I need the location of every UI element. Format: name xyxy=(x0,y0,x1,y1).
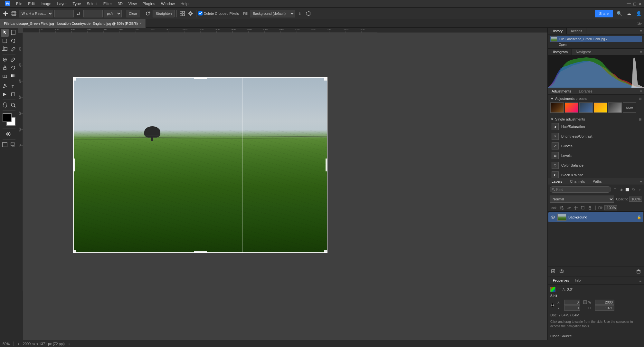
lock-position-btn[interactable] xyxy=(573,205,579,211)
delete-cropped-checkbox[interactable] xyxy=(198,11,203,15)
share-button[interactable]: Share xyxy=(595,10,613,17)
snapshot-btn[interactable] xyxy=(558,268,565,275)
layer-visibility-icon[interactable] xyxy=(550,215,555,220)
adj-single-header[interactable]: ▼ Single adjustments ⊞ xyxy=(550,117,641,122)
layers-panel-menu[interactable]: ≡ xyxy=(638,178,644,185)
clone-stamp-tool[interactable] xyxy=(1,64,9,72)
adj-color-balance[interactable]: ⬡ Color Balance xyxy=(550,160,641,170)
adj-black-white[interactable]: ◐ Black & White xyxy=(550,170,641,178)
rectangular-marquee-tool[interactable] xyxy=(1,37,9,45)
crop-height-input[interactable] xyxy=(83,10,103,17)
adj-hue-saturation[interactable]: ◑ Hue/Saturation xyxy=(550,122,641,131)
panels-toggle-icon[interactable]: ≫ xyxy=(637,21,642,26)
history-panel-menu[interactable]: ≡ xyxy=(638,28,644,34)
menu-edit[interactable]: Edit xyxy=(25,1,37,7)
properties-tab[interactable]: Properties xyxy=(550,278,572,283)
libraries-tab[interactable]: Libraries xyxy=(575,88,596,94)
lasso-tool[interactable] xyxy=(9,37,17,45)
adj-preset-4[interactable] xyxy=(594,102,607,113)
cloud-icon[interactable]: ☁ xyxy=(625,10,632,17)
layers-tab[interactable]: Layers xyxy=(548,178,566,185)
paths-tab[interactable]: Paths xyxy=(589,178,606,185)
rotate-icon[interactable] xyxy=(144,10,151,17)
lock-image-btn[interactable] xyxy=(566,205,572,211)
menu-filter[interactable]: Filter xyxy=(101,1,115,7)
adj-preset-2[interactable] xyxy=(565,102,578,113)
adj-levels[interactable]: ▦ Levels xyxy=(550,151,641,160)
gradient-tool[interactable] xyxy=(9,72,17,80)
adj-single-grid-icon[interactable]: ⊞ xyxy=(639,118,641,121)
crop-tool[interactable] xyxy=(1,45,9,53)
props-panel-menu[interactable]: ≡ xyxy=(639,279,641,283)
selection-tool-2[interactable] xyxy=(9,141,17,149)
brush-tool[interactable] xyxy=(9,56,17,63)
props-x-value[interactable]: 0 xyxy=(564,300,580,305)
histogram-panel-menu[interactable]: ≡ xyxy=(638,49,644,55)
canvas-area[interactable]: 100 200 300 400 500 600 700 800 900 1000 xyxy=(18,28,547,340)
healing-brush-tool[interactable] xyxy=(1,56,9,63)
layers-smart-icon[interactable]: ⧉ xyxy=(631,187,636,192)
adj-preset-3[interactable] xyxy=(579,102,593,113)
search-icon[interactable]: 🔍 xyxy=(616,10,623,17)
eyedropper-tool[interactable] xyxy=(9,45,17,53)
lock-transparent-btn[interactable] xyxy=(559,205,564,211)
menu-type[interactable]: Type xyxy=(70,1,83,7)
adj-brightness-contrast[interactable]: ☀ Brightness/Contrast xyxy=(550,131,641,141)
zoom-tool[interactable] xyxy=(9,101,17,109)
clear-button[interactable]: Clear xyxy=(126,10,140,17)
props-h-value[interactable]: 1371 xyxy=(595,305,614,311)
layers-search-input[interactable] xyxy=(556,188,609,191)
menu-plugins[interactable]: Plugins xyxy=(140,1,158,7)
delete-cropped-label[interactable]: Delete Cropped Pixels xyxy=(198,11,239,15)
actions-tab[interactable]: Actions xyxy=(567,28,586,34)
layers-blend-mode[interactable]: Normal xyxy=(550,196,614,203)
lock-artboard-btn[interactable] xyxy=(580,205,586,211)
menu-window[interactable]: Window xyxy=(158,1,177,7)
history-item-open[interactable]: Open xyxy=(550,42,642,47)
fill-reset-icon[interactable] xyxy=(305,10,312,17)
shape-tool[interactable] xyxy=(9,91,17,98)
zoom-level[interactable]: 50% xyxy=(3,342,10,346)
delete-layer-btn[interactable] xyxy=(635,268,642,275)
move-tool-icon[interactable] xyxy=(2,10,9,17)
user-icon[interactable]: 👤 xyxy=(635,10,642,17)
doc-tab-close[interactable]: × xyxy=(140,22,142,25)
layers-filter-toggle[interactable]: ○ xyxy=(637,187,642,192)
minimize-btn[interactable]: ─ xyxy=(627,0,631,7)
arrow-right[interactable]: › xyxy=(69,342,70,346)
layer-background[interactable]: Background 🔒 xyxy=(548,212,643,222)
foreground-color[interactable] xyxy=(3,113,12,122)
adj-presets-grid-icon[interactable]: ⊞ xyxy=(639,97,641,101)
layers-opacity-value[interactable]: 100% xyxy=(629,197,642,202)
layers-type-icon[interactable]: T xyxy=(612,187,618,192)
crop-width-input[interactable] xyxy=(54,10,74,17)
menu-help[interactable]: Help xyxy=(178,1,191,7)
grid-icon[interactable] xyxy=(179,10,186,17)
adj-preset-5[interactable] xyxy=(608,102,622,113)
canvas-viewport[interactable] xyxy=(23,33,547,340)
settings-icon[interactable] xyxy=(187,10,194,17)
screen-mode-tool[interactable] xyxy=(1,141,9,149)
props-w-value[interactable]: 2000 xyxy=(595,300,614,305)
adj-presets-header[interactable]: ▼ Adjustments presets ⊞ xyxy=(550,96,641,101)
history-item-file[interactable]: File Landscape_Green Field.jpg - ... xyxy=(550,36,642,42)
adj-curves[interactable]: ↗ Curves xyxy=(550,141,641,151)
menu-file[interactable]: File xyxy=(14,1,25,7)
swap-dimensions-icon[interactable]: ⇄ xyxy=(75,10,82,17)
artboard-tool[interactable] xyxy=(9,29,17,37)
doc-tab-main[interactable]: File Landscape_Green Field.jpg - Locatio… xyxy=(0,19,146,28)
layers-filter[interactable] xyxy=(550,186,611,193)
layers-adj-icon[interactable]: ◑ xyxy=(619,187,624,192)
crop-options-icon[interactable] xyxy=(10,10,17,17)
info-tab[interactable]: Info xyxy=(572,278,583,283)
layers-pixel-icon[interactable]: ⬜ xyxy=(625,187,630,192)
adj-panel-menu[interactable]: ≡ xyxy=(638,88,644,94)
path-selection-tool[interactable] xyxy=(1,91,9,98)
histogram-tab[interactable]: Histogram xyxy=(548,49,572,55)
straighten-button[interactable]: Straighten xyxy=(153,10,175,17)
type-tool[interactable]: T xyxy=(9,82,17,90)
channels-tab[interactable]: Channels xyxy=(566,178,589,185)
navigator-tab[interactable]: Navigator xyxy=(572,49,595,55)
menu-3d[interactable]: 3D xyxy=(115,1,125,7)
close-btn[interactable]: × xyxy=(639,1,641,6)
